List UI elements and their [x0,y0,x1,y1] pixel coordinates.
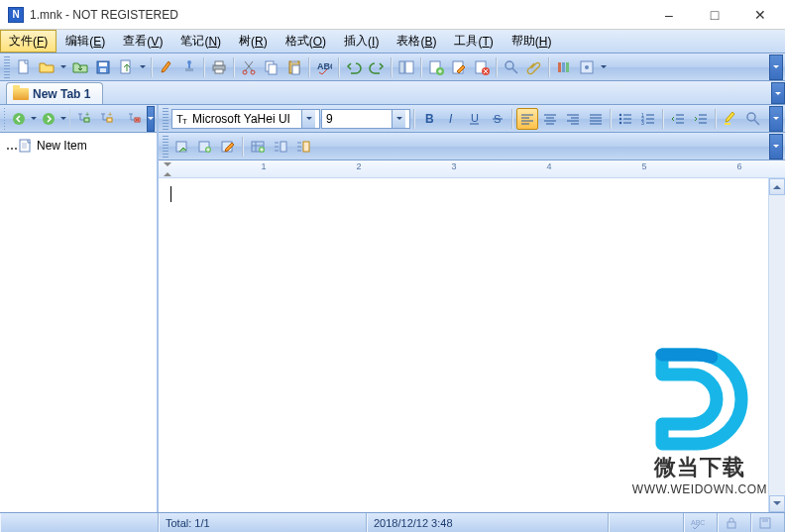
sidebar-toolbar-overflow[interactable] [147,106,155,132]
align-justify-button[interactable] [585,108,607,130]
redo-button[interactable] [366,56,388,78]
paste-button[interactable] [283,56,305,78]
action-3-button[interactable] [217,136,239,158]
toolbar-overflow[interactable] [769,54,783,80]
outdent-button[interactable] [667,108,689,130]
svg-text:ABC: ABC [691,519,705,526]
tree-view[interactable]: ⋯ New Item [0,133,157,512]
tree-delete-button[interactable] [124,108,146,130]
action-6-button[interactable] [292,136,314,158]
note-edit-button[interactable] [448,56,470,78]
menu-format[interactable]: 格式(O) [277,30,335,53]
save-button[interactable] [92,56,114,78]
find-button[interactable] [501,56,522,78]
menu-file[interactable]: 文件(F) [0,30,56,53]
tree-add-sibling-button[interactable]: + [96,108,118,130]
tree-expander[interactable]: ⋯ [6,142,15,151]
minimize-button[interactable]: – [646,0,692,30]
nav-back-button[interactable] [8,108,30,130]
action-2-button[interactable] [194,136,216,158]
status-spell-icon[interactable]: ABC [684,513,718,532]
separator [511,109,513,129]
export-button[interactable] [115,56,137,78]
tree-toggle-button[interactable] [395,56,417,78]
italic-button[interactable]: I [441,108,463,130]
menu-tree[interactable]: 树(R) [230,30,277,53]
action-5-button[interactable] [270,136,291,158]
options-dropdown[interactable] [599,62,609,71]
status-save-icon[interactable] [751,513,785,532]
number-list-button[interactable]: 123 [637,108,659,130]
brush-button[interactable] [156,56,177,78]
options-button[interactable] [576,56,598,78]
align-left-button[interactable] [516,108,538,130]
align-center-button[interactable] [539,108,561,130]
open-dropdown[interactable] [58,62,68,71]
bold-button[interactable]: B [418,108,440,130]
svg-text:I: I [449,112,453,126]
format-toolbar-2-overflow[interactable] [769,134,783,160]
ruler[interactable]: 1 2 3 4 5 6 [159,160,785,178]
stamp-button[interactable] [178,56,200,78]
library-button[interactable] [553,56,575,78]
tabstrip-overflow[interactable] [771,82,785,104]
close-button[interactable]: ✕ [737,0,783,30]
font-icon: TT [176,113,188,125]
editor-page[interactable] [159,178,785,512]
scroll-up-button[interactable] [769,178,785,195]
copy-button[interactable] [261,56,282,78]
action-1-button[interactable] [171,136,193,158]
undo-button[interactable] [343,56,365,78]
vertical-scrollbar[interactable] [768,178,785,512]
open-button[interactable] [36,56,57,78]
spellcheck-button[interactable]: ABC [313,56,335,78]
nav-forward-dropdown[interactable] [60,114,66,123]
align-right-button[interactable] [562,108,584,130]
tree-item[interactable]: ⋯ New Item [2,137,155,155]
font-name-combo[interactable]: TT Microsoft YaHei UI [171,109,320,129]
menu-tools[interactable]: 工具(T) [445,30,502,53]
separator [420,57,422,77]
svg-rect-15 [291,60,297,63]
indent-button[interactable] [690,108,712,130]
svg-point-31 [13,113,25,125]
tab-active[interactable]: New Tab 1 [6,82,103,104]
strike-button[interactable]: S [487,108,508,130]
format-toolbar-overflow[interactable] [769,106,783,132]
underline-button[interactable]: U [464,108,486,130]
find-text-button[interactable] [742,108,764,130]
highlight-button[interactable] [720,108,741,130]
toolbar-grip[interactable] [163,108,168,130]
font-size-combo[interactable]: 9 [321,109,410,129]
scroll-down-button[interactable] [769,495,785,512]
nav-back-dropdown[interactable] [31,114,37,123]
cut-button[interactable] [238,56,260,78]
separator [413,109,415,129]
menu-notes[interactable]: 笔记(N) [171,30,230,53]
status-lock-icon[interactable] [718,513,751,532]
export-dropdown[interactable] [138,62,148,71]
toolbar-grip[interactable] [163,136,168,158]
main-area: + + ⋯ New Item TT Microsoft YaHei UI 9 [0,105,785,512]
menu-table[interactable]: 表格(B) [388,30,445,53]
action-4-button[interactable] [247,136,269,158]
menu-edit[interactable]: 编辑(E) [56,30,114,53]
print-button[interactable] [208,56,230,78]
note-add-button[interactable] [425,56,447,78]
svg-rect-64 [728,522,735,528]
note-delete-button[interactable] [471,56,493,78]
menu-view[interactable]: 查看(V) [114,30,171,53]
dropdown-icon[interactable] [392,110,405,128]
import-button[interactable] [69,56,91,78]
toolbar-grip[interactable] [4,108,5,130]
menu-help[interactable]: 帮助(H) [503,30,561,53]
toolbar-grip[interactable] [4,56,10,78]
bullet-list-button[interactable] [615,108,636,130]
menu-insert[interactable]: 插入(I) [335,30,388,53]
dropdown-icon[interactable] [301,110,315,128]
maximize-button[interactable]: □ [692,0,737,30]
nav-forward-button[interactable] [38,108,59,130]
attach-button[interactable] [523,56,545,78]
tree-add-child-button[interactable]: + [73,108,95,130]
new-button[interactable] [13,56,35,78]
